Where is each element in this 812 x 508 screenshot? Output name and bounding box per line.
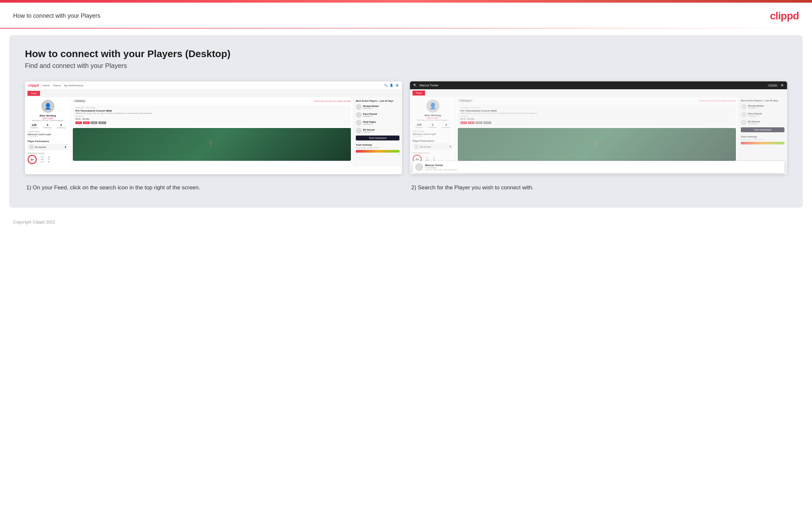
user-icon[interactable]: 👤 (390, 84, 393, 87)
search-bar: 🔍 Marcus Turner CLEAR ✕ (410, 81, 787, 89)
player-select[interactable]: Eli Vincent ▾ (28, 144, 68, 150)
player-select-avatar (29, 145, 34, 149)
search-input[interactable]: Marcus Turner (420, 84, 765, 87)
feed-tab[interactable]: Feed (25, 90, 402, 97)
profile-avatar-2: 👤 (426, 99, 439, 113)
page-title: How to connect with your Players (13, 12, 100, 19)
player-item-4-act: Activities: 1 (363, 131, 375, 133)
player-item-3: Hiral Pujara Activities: 3 (356, 120, 399, 126)
player-item-2-name: Piers Parnell (363, 113, 377, 115)
following-button[interactable]: Following (73, 99, 87, 103)
screenshot-2: 🔍 Marcus Turner CLEAR ✕ Feed 👤 Blair (410, 81, 787, 174)
activity-photo: 🏌️ (73, 128, 351, 161)
bar-app: APP 70 (41, 159, 52, 161)
player-item-1: Richard Butler Activities: 7 (356, 104, 399, 110)
following-row: Following Control who can see your activ… (73, 99, 351, 103)
player-select-name: Eli Vincent (35, 146, 63, 148)
profile-name-2: Blair McHarg (413, 114, 453, 117)
mock-ui-1: clippd Home Teams My Performance 🔍 👤 ⚙️ … (25, 81, 402, 167)
quality-score: 84 (28, 155, 37, 164)
activity-card-desc: Walking the course with my coach to buil… (76, 112, 348, 114)
profile-club: Mill Ride Golf Club, United Kingdom (28, 120, 68, 121)
player-item-1-act: Activities: 7 (363, 107, 379, 109)
player-item-4-name: Eli Vincent (363, 129, 375, 131)
heatmap-scale-min: -5 (356, 153, 357, 155)
clear-button[interactable]: CLEAR (768, 84, 778, 87)
mock-main-1: 👤 Blair McHarg Golf Coach Mill Ride Golf… (25, 97, 402, 167)
mock-logo-1: clippd (28, 83, 39, 87)
mock-nav-home[interactable]: Home (43, 84, 50, 87)
player-item-1-avatar (356, 104, 362, 110)
mock-left-panel-2: 👤 Blair McHarg Golf Coach Mill Ride Golf… (410, 97, 456, 166)
mock-right-panel-2: Most Active Players - Last 30 days Richa… (738, 97, 787, 166)
tag-arg: ARG (91, 121, 97, 124)
mock-nav-icons-1: 🔍 👤 ⚙️ (384, 84, 399, 87)
top-accent-bar (0, 0, 812, 3)
search-result-avatar (415, 163, 423, 171)
mock-nav-teams[interactable]: Teams (53, 84, 61, 87)
player-item-1-name: Richard Butler (363, 105, 379, 107)
followers-count: 3 (43, 123, 52, 127)
stat-activities: 129 Activities (30, 123, 38, 129)
search-icon[interactable]: 🔍 (384, 84, 388, 87)
stat-followers: 3 Followers (43, 123, 52, 129)
copyright: Copyright Clippd 2022 (13, 219, 55, 224)
close-icon[interactable]: ✕ (780, 83, 784, 88)
activity-card: Yesterday · The Grove Pre Tournament Cou… (73, 105, 351, 126)
caption-1: 1) On your Feed, click on the search ico… (25, 183, 402, 192)
main-title: How to connect with your Players (Deskto… (25, 48, 787, 59)
search-result-location: Cypress Point Club, United Kingdom (425, 169, 457, 171)
following-count: 4 (57, 123, 65, 127)
stat-following: 4 Following (57, 123, 65, 129)
header-divider (0, 28, 812, 29)
activities-count: 129 (30, 123, 38, 127)
heatmap-subtitle: Player Quality · 20 Round Trend (356, 147, 399, 149)
search-result-container: Marcus Turner 1-5 Handicap Cypress Point… (410, 161, 787, 173)
quality-label: Total Player Quality (28, 152, 68, 154)
dimmed-background: 👤 Blair McHarg Golf Coach Mill Ride Golf… (410, 97, 787, 166)
stat-activities-2: 129 Activities (415, 123, 423, 128)
search-result[interactable]: Marcus Turner 1-5 Handicap Cypress Point… (413, 161, 784, 173)
search-icon-2: 🔍 (413, 84, 417, 87)
followers-label: Followers (43, 127, 52, 129)
activity-card-title: Pre Tournament Course Walk (76, 109, 348, 112)
bar-arg: ARG 61 (41, 161, 52, 163)
stat-followers-2: 3 Followers (428, 123, 437, 128)
heatmap-scale-max: +5 (397, 153, 399, 155)
mock-left-panel: 👤 Blair McHarg Golf Coach Mill Ride Golf… (25, 97, 71, 167)
control-link[interactable]: Control who can see your activity and da… (314, 100, 351, 102)
mock-right-panel: Most Active Players - Last 30 days Richa… (353, 97, 402, 167)
latest-activity-date: 27 Jul 2022 (28, 135, 68, 137)
mock-main-2: 👤 Blair McHarg Golf Coach Mill Ride Golf… (410, 97, 787, 166)
most-active-players-title: Most Active Players - Last 30 days (356, 100, 399, 102)
profile-club-2: Mill Ride Golf Club, United Kingdom (413, 119, 453, 121)
latest-activity-label: Latest Activity (28, 131, 68, 133)
tag-putt: PUTT (98, 121, 106, 124)
heatmap-scale: -5 +5 (356, 153, 399, 155)
settings-icon[interactable]: ⚙️ (395, 84, 399, 87)
player-item-3-avatar (356, 120, 362, 126)
search-result-name: Marcus Turner (425, 164, 457, 167)
chevron-down-icon: ▾ (64, 145, 66, 149)
captions-row: 1) On your Feed, click on the search ico… (25, 183, 787, 192)
tag-app: APP (83, 121, 90, 124)
logo: clippd (770, 10, 799, 22)
profile-stats-2: 129 Activities 3 Followers 4 Following (413, 123, 453, 128)
player-item-2-act: Activities: 4 (363, 115, 377, 117)
player-item-4-avatar (356, 128, 362, 134)
main-content: How to connect with your Players (Deskto… (9, 35, 803, 208)
footer: Copyright Clippd 2022 (0, 214, 812, 230)
feed-tab-2[interactable]: Feed (410, 89, 787, 97)
latest-activity-name: Afternoon round of golf (28, 133, 68, 135)
activity-tags: OTT APP ARG PUTT (76, 121, 348, 124)
mock-nav-performance[interactable]: My Performance (64, 84, 83, 87)
duration-val: 02 hr : 00 min (76, 118, 348, 120)
activity-card-course: Yesterday · The Grove (76, 107, 348, 109)
team-dashboard-button[interactable]: Team Dashboard (356, 135, 399, 140)
player-item-4: Eli Vincent Activities: 1 (356, 128, 399, 134)
header: How to connect with your Players clippd (0, 3, 812, 28)
tag-ott: OTT (76, 121, 82, 124)
player-performance-title: Player Performance (28, 140, 68, 142)
quality-bars: OTT 79 APP (41, 156, 52, 163)
player-item-3-name: Hiral Pujara (363, 121, 376, 123)
